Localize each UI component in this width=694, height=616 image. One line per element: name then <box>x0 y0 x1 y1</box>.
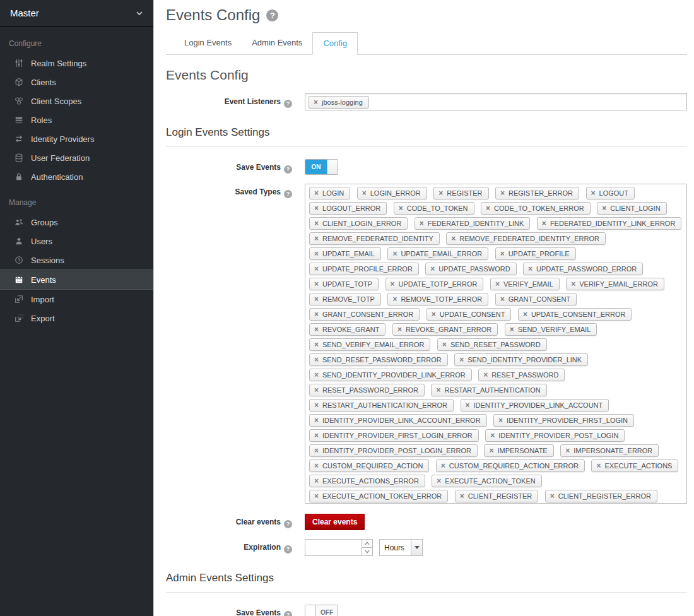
saved-type-chip[interactable]: ×CLIENT_LOGIN_ERROR <box>309 217 408 230</box>
remove-chip-icon[interactable]: × <box>500 189 505 197</box>
remove-chip-icon[interactable]: × <box>420 220 424 227</box>
remove-chip-icon[interactable]: × <box>314 204 319 212</box>
saved-type-chip[interactable]: ×RESTART_AUTHENTICATION_ERROR <box>309 399 454 412</box>
remove-chip-icon[interactable]: × <box>498 417 503 424</box>
saved-type-chip[interactable]: ×SEND_VERIFY_EMAIL_ERROR <box>309 338 430 351</box>
saved-type-chip[interactable]: ×GRANT_CONSENT_ERROR <box>309 308 420 321</box>
saved-type-chip[interactable]: ×EXECUTE_ACTIONS <box>591 459 678 472</box>
saved-type-chip[interactable]: ×REVOKE_GRANT_ERROR <box>392 323 498 336</box>
saved-type-chip[interactable]: ×FEDERATED_IDENTITY_LINK <box>415 217 531 230</box>
saved-type-chip[interactable]: ×LOGOUT <box>586 187 635 199</box>
saved-type-chip[interactable]: ×REMOVE_TOTP_ERROR <box>387 293 488 305</box>
saved-type-chip[interactable]: ×CODE_TO_TOKEN_ERROR <box>481 202 591 215</box>
saved-type-chip[interactable]: ×CLIENT_LOGIN <box>597 202 666 215</box>
remove-chip-icon[interactable]: × <box>314 477 319 485</box>
saved-type-chip[interactable]: ×SEND_IDENTITY_PROVIDER_LINK_ERROR <box>309 369 472 381</box>
remove-chip-icon[interactable]: × <box>528 265 532 273</box>
remove-chip-icon[interactable]: × <box>430 265 435 273</box>
remove-chip-icon[interactable]: × <box>362 189 367 197</box>
saved-type-chip[interactable]: ×RESET_PASSWORD_ERROR <box>309 384 425 396</box>
remove-chip-icon[interactable]: × <box>571 280 575 288</box>
remove-chip-icon[interactable]: × <box>314 462 319 470</box>
remove-chip-icon[interactable]: × <box>500 250 505 258</box>
saved-type-chip[interactable]: ×IDENTITY_PROVIDER_LINK_ACCOUNT <box>461 399 609 412</box>
saved-type-chip[interactable]: ×SEND_VERIFY_EMAIL <box>505 323 597 336</box>
remove-chip-icon[interactable]: × <box>314 386 319 394</box>
saved-type-chip[interactable]: ×SEND_RESET_PASSWORD_ERROR <box>309 353 448 366</box>
remove-chip-icon[interactable]: × <box>314 235 319 242</box>
remove-chip-icon[interactable]: × <box>602 204 606 212</box>
remove-chip-icon[interactable]: × <box>432 311 436 318</box>
remove-chip-icon[interactable]: × <box>523 311 527 318</box>
saved-type-chip[interactable]: ×UPDATE_CONSENT_ERROR <box>518 308 632 321</box>
saved-type-chip[interactable]: ×REMOVE_TOTP <box>309 293 381 305</box>
saved-type-chip[interactable]: ×IDENTITY_PROVIDER_POST_LOGIN <box>485 429 625 442</box>
saved-type-chip[interactable]: ×EXECUTE_ACTION_TOKEN <box>432 475 541 487</box>
remove-chip-icon[interactable]: × <box>392 295 397 303</box>
sidebar-item-events[interactable]: Events <box>0 270 153 290</box>
remove-chip-icon[interactable]: × <box>442 341 447 348</box>
help-icon[interactable]: ? <box>284 545 292 554</box>
sidebar-item-client-scopes[interactable]: Client Scopes <box>0 92 153 110</box>
saved-type-chip[interactable]: ×CODE_TO_TOKEN <box>394 202 474 215</box>
admin-save-events-toggle[interactable]: OFF <box>305 605 338 616</box>
tab-login-events[interactable]: Login Events <box>174 32 242 54</box>
help-icon[interactable]: ? <box>284 100 292 108</box>
remove-chip-icon[interactable]: × <box>314 432 319 439</box>
saved-type-chip[interactable]: ×SEND_RESET_PASSWORD <box>437 338 547 351</box>
sidebar-item-identity-providers[interactable]: Identity Providers <box>0 129 153 148</box>
help-icon[interactable]: ? <box>284 165 292 174</box>
help-icon[interactable]: ? <box>284 611 292 616</box>
help-icon[interactable]: ? <box>284 520 292 528</box>
saved-type-chip[interactable]: ×IDENTITY_PROVIDER_FIRST_LOGIN <box>493 414 634 427</box>
sidebar-item-import[interactable]: Import <box>0 290 153 309</box>
remove-chip-icon[interactable]: × <box>565 447 570 454</box>
sidebar-item-export[interactable]: Export <box>0 309 153 328</box>
remove-chip-icon[interactable]: × <box>459 356 464 364</box>
remove-chip-icon[interactable]: × <box>436 386 440 394</box>
remove-chip-icon[interactable]: × <box>399 204 403 212</box>
saved-type-chip[interactable]: ×CLIENT_REGISTER <box>455 490 538 502</box>
remove-chip-icon[interactable]: × <box>441 462 445 470</box>
saved-type-chip[interactable]: ×REGISTER_ERROR <box>495 187 579 199</box>
remove-chip-icon[interactable]: × <box>596 462 601 470</box>
remove-chip-icon[interactable]: × <box>489 447 493 454</box>
remove-chip-icon[interactable]: × <box>314 492 319 500</box>
event-listeners-input[interactable]: × jboss-logging <box>305 93 687 110</box>
remove-chip-icon[interactable]: × <box>495 280 500 288</box>
saved-type-chip[interactable]: ×UPDATE_TOTP <box>309 278 379 290</box>
saved-type-chip[interactable]: ×IDENTITY_PROVIDER_POST_LOGIN_ERROR <box>309 444 478 457</box>
tab-admin-events[interactable]: Admin Events <box>242 32 312 54</box>
remove-chip-icon[interactable]: × <box>314 356 319 364</box>
remove-chip-icon[interactable]: × <box>591 189 596 197</box>
sidebar-item-sessions[interactable]: Sessions <box>0 251 153 270</box>
remove-chip-icon[interactable]: × <box>490 432 495 439</box>
remove-chip-icon[interactable]: × <box>542 220 546 227</box>
sidebar-item-user-federation[interactable]: User Federation <box>0 148 153 167</box>
clear-events-button[interactable]: Clear events <box>305 514 365 530</box>
remove-chip-icon[interactable]: × <box>314 265 319 273</box>
sidebar-item-clients[interactable]: Clients <box>0 73 153 92</box>
remove-chip-icon[interactable]: × <box>314 189 319 197</box>
sidebar-item-authentication[interactable]: Authentication <box>0 167 153 186</box>
saved-type-chip[interactable]: ×IDENTITY_PROVIDER_LINK_ACCOUNT_ERROR <box>309 414 487 427</box>
saved-type-chip[interactable]: ×RESET_PASSWORD <box>478 369 565 381</box>
expiration-unit-select[interactable]: Hours <box>379 539 423 556</box>
saved-type-chip[interactable]: ×IMPERSONATE_ERROR <box>560 444 659 457</box>
saved-type-chip[interactable]: ×LOGOUT_ERROR <box>309 202 387 215</box>
saved-type-chip[interactable]: ×SEND_IDENTITY_PROVIDER_LINK <box>454 353 588 366</box>
saved-type-chip[interactable]: ×UPDATE_PASSWORD_ERROR <box>523 263 643 275</box>
remove-chip-icon[interactable]: × <box>314 98 318 106</box>
saved-type-chip[interactable]: ×EXECUTE_ACTION_TOKEN_ERROR <box>309 490 448 502</box>
saved-type-chip[interactable]: ×RESTART_AUTHENTICATION <box>431 384 546 396</box>
remove-chip-icon[interactable]: × <box>314 326 319 333</box>
help-icon[interactable]: ? <box>266 9 278 21</box>
saved-type-chip[interactable]: ×IMPERSONATE <box>484 444 553 457</box>
remove-chip-icon[interactable]: × <box>314 447 319 454</box>
remove-chip-icon[interactable]: × <box>486 204 490 212</box>
remove-chip-icon[interactable]: × <box>397 326 402 333</box>
remove-chip-icon[interactable]: × <box>314 220 319 227</box>
saved-type-chip[interactable]: ×CLIENT_REGISTER_ERROR <box>545 490 657 502</box>
remove-chip-icon[interactable]: × <box>314 280 319 288</box>
saved-type-chip[interactable]: ×UPDATE_TOTP_ERROR <box>385 278 484 290</box>
